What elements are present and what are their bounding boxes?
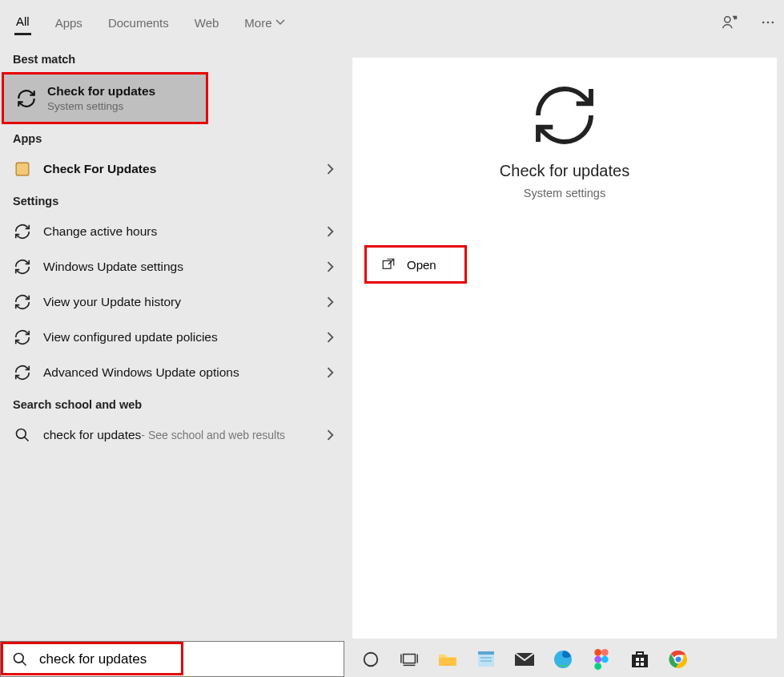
refresh-icon [11,220,34,243]
svg-rect-9 [404,654,416,663]
svg-rect-29 [641,663,644,666]
settings-item-title: Change active hours [43,224,327,239]
section-best-match-label: Best match [0,45,344,72]
settings-advanced-windows-update-options[interactable]: Advanced Windows Update options [0,355,344,390]
best-match-result[interactable]: Check for updates System settings [2,72,208,124]
settings-change-active-hours[interactable]: Change active hours [0,214,344,249]
svg-point-22 [594,655,601,663]
more-options-icon[interactable] [760,14,776,30]
svg-rect-14 [478,653,494,667]
edge-icon[interactable] [553,649,573,670]
app-generic-icon [11,158,34,180]
settings-item-title: Windows Update settings [43,260,327,274]
apps-result-check-for-updates[interactable]: Check For Updates [0,151,344,187]
figma-icon[interactable] [591,649,612,670]
svg-rect-0 [16,163,29,175]
chrome-icon[interactable] [668,649,689,670]
web-result-check-for-updates[interactable]: check for updates - See school and web r… [0,417,344,453]
web-result-suffix: - See school and web results [141,429,285,441]
chevron-right-icon [327,261,335,272]
settings-item-title: View your Update history [43,295,327,309]
tab-more[interactable]: More [243,11,286,34]
search-results-panel: All Apps Documents Web More Best match C… [0,0,344,641]
taskbar-search-box[interactable] [0,641,344,677]
refresh-icon [15,87,38,110]
microsoft-store-icon[interactable] [629,649,650,670]
svg-rect-15 [478,651,494,655]
search-tabs: All Apps Documents Web More [0,0,344,45]
svg-point-20 [594,649,601,656]
open-button[interactable]: Open [364,245,467,284]
chevron-down-icon [275,18,285,27]
web-result-title: check for updates [43,428,141,442]
apps-result-title: Check For Updates [43,162,327,176]
svg-rect-27 [641,658,644,661]
feedback-icon[interactable] [722,14,739,31]
search-input[interactable] [39,651,332,667]
svg-point-1 [17,429,26,439]
section-settings-label: Settings [0,187,344,214]
chevron-right-icon [327,163,335,175]
svg-point-7 [14,653,24,663]
preview-subtitle: System settings [524,187,605,199]
svg-rect-28 [636,663,639,666]
svg-rect-26 [636,658,639,661]
section-web-label: Search school and web [0,390,344,417]
tab-more-label: More [244,16,271,30]
settings-item-title: View configured update policies [43,330,327,345]
chevron-right-icon [327,332,335,343]
svg-point-24 [594,663,601,670]
chevron-right-icon [327,226,335,237]
task-view-icon[interactable] [399,649,420,670]
svg-point-4 [767,22,770,24]
chevron-right-icon [327,367,335,378]
refresh-icon [11,291,34,313]
svg-rect-6 [383,261,391,269]
settings-windows-update-settings[interactable]: Windows Update settings [0,249,344,284]
svg-point-2 [725,17,730,22]
settings-item-title: Advanced Windows Update options [43,365,327,380]
best-match-title: Check for updates [47,84,196,99]
taskbar [344,641,784,677]
tab-web[interactable]: Web [193,11,221,34]
search-icon [12,651,28,667]
tab-all[interactable]: All [14,10,31,35]
file-explorer-icon[interactable] [437,649,458,670]
search-panel-top-right [722,0,776,45]
open-button-label: Open [407,258,436,272]
open-icon [381,257,396,272]
svg-point-21 [601,649,609,656]
svg-point-23 [601,655,609,663]
svg-point-3 [762,22,765,24]
tab-apps[interactable]: Apps [54,11,84,34]
preview-pane: Check for updates System settings [352,58,777,639]
search-icon [11,424,34,446]
preview-title: Check for updates [500,162,629,180]
best-match-subtitle: System settings [47,100,196,112]
svg-point-8 [364,652,378,666]
cortana-icon[interactable] [360,649,381,670]
mail-icon[interactable] [514,649,535,670]
refresh-icon [11,361,34,384]
section-apps-label: Apps [0,124,344,151]
notepad-icon[interactable] [476,649,497,670]
settings-view-update-history[interactable]: View your Update history [0,284,344,320]
refresh-icon [11,326,34,349]
tab-documents[interactable]: Documents [107,11,171,34]
refresh-icon-large [529,80,600,151]
chevron-right-icon [327,429,335,441]
svg-rect-25 [632,655,648,667]
settings-view-configured-update-policies[interactable]: View configured update policies [0,320,344,355]
refresh-icon [11,256,34,278]
chevron-right-icon [327,296,335,308]
svg-rect-13 [439,658,456,666]
svg-point-5 [772,22,774,24]
